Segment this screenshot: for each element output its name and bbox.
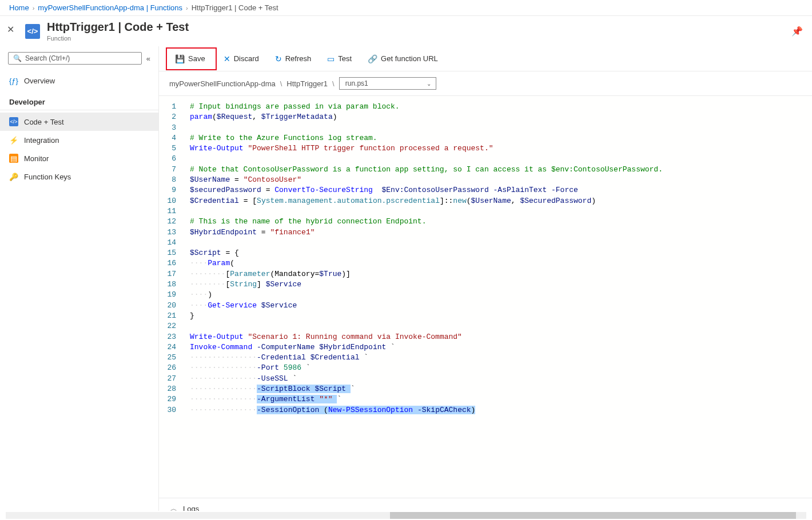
sidebar-item-function-keys[interactable]: 🔑 Function Keys <box>0 167 158 186</box>
breadcrumb-app[interactable]: myPowerShellFunctionApp-dma | Functions <box>38 3 182 12</box>
sidebar-item-code-test[interactable]: </> Code + Test <box>0 113 158 131</box>
page-title: HttpTrigger1 | Code + Test <box>47 21 189 34</box>
breadcrumb-home[interactable]: Home <box>9 3 29 12</box>
get-function-url-button[interactable]: 🔗 Get function URL <box>361 51 445 67</box>
sidebar-item-monitor[interactable]: ▤ Monitor <box>0 149 158 167</box>
code-editor[interactable]: 1234567891011121314151617181920212223242… <box>159 96 812 498</box>
code-icon: </> <box>9 117 18 126</box>
path-function: HttpTrigger1 <box>286 79 328 88</box>
save-highlight: 💾 Save <box>166 47 217 70</box>
test-button[interactable]: ▭ Test <box>320 51 359 67</box>
test-label: Test <box>338 54 352 63</box>
path-sep: \ <box>332 79 335 88</box>
refresh-icon: ↻ <box>275 54 282 63</box>
test-icon: ▭ <box>327 54 335 63</box>
breadcrumb: Home › myPowerShellFunctionApp-dma | Fun… <box>0 0 812 16</box>
sidebar-item-label: Integration <box>24 136 59 145</box>
overview-icon: {ƒ} <box>9 76 18 85</box>
horizontal-scrollbar[interactable] <box>0 511 812 520</box>
file-select[interactable]: run.ps1 ⌄ <box>339 77 436 90</box>
chevron-right-icon: › <box>186 5 188 11</box>
close-icon[interactable]: ✕ <box>7 24 14 35</box>
function-icon: </> <box>25 24 40 39</box>
path-sep: \ <box>280 79 282 88</box>
toolbar: 💾 Save ✕ Discard ↻ Refresh ▭ Test 🔗 Get … <box>159 46 812 71</box>
breadcrumb-current: HttpTrigger1 | Code + Test <box>192 3 278 12</box>
path-app: myPowerShellFunctionApp-dma <box>169 79 276 88</box>
pin-icon[interactable]: 📌 <box>791 26 803 37</box>
chevron-right-icon: › <box>33 5 35 11</box>
save-button[interactable]: 💾 Save <box>168 51 212 67</box>
sidebar-item-overview[interactable]: {ƒ} Overview <box>0 71 158 90</box>
search-placeholder: Search (Ctrl+/) <box>25 54 70 62</box>
bolt-icon: ⚡ <box>9 135 18 145</box>
geturl-label: Get function URL <box>381 54 438 63</box>
file-select-value: run.ps1 <box>345 79 368 87</box>
sidebar-item-integration[interactable]: ⚡ Integration <box>0 131 158 149</box>
discard-icon: ✕ <box>224 54 230 63</box>
url-icon: 🔗 <box>368 54 377 63</box>
monitor-icon: ▤ <box>9 154 18 163</box>
content-area: 💾 Save ✕ Discard ↻ Refresh ▭ Test 🔗 Get … <box>159 46 812 519</box>
titlebar: </> HttpTrigger1 | Code + Test Function … <box>0 16 812 46</box>
key-icon: 🔑 <box>9 172 18 181</box>
sidebar-item-label: Overview <box>24 77 55 85</box>
collapse-sidebar-icon[interactable]: « <box>146 54 150 63</box>
save-icon: 💾 <box>175 54 185 63</box>
line-gutter: 1234567891011121314151617181920212223242… <box>159 96 182 498</box>
sidebar-item-label: Code + Test <box>24 118 64 126</box>
discard-button[interactable]: ✕ Discard <box>217 51 266 67</box>
code-lines[interactable]: # Input bindings are passed in via param… <box>182 96 812 498</box>
sidebar-item-label: Monitor <box>24 154 49 163</box>
pathbar: myPowerShellFunctionApp-dma \ HttpTrigge… <box>159 71 812 96</box>
refresh-label: Refresh <box>285 54 312 63</box>
search-icon: 🔍 <box>13 54 22 62</box>
sidebar-item-label: Function Keys <box>24 173 71 181</box>
search-input[interactable]: 🔍 Search (Ctrl+/) <box>8 52 142 65</box>
save-label: Save <box>188 54 205 63</box>
chevron-down-icon: ⌄ <box>427 81 431 87</box>
sidebar-section-developer: Developer <box>0 90 158 110</box>
refresh-button[interactable]: ↻ Refresh <box>268 51 319 67</box>
sidebar: 🔍 Search (Ctrl+/) « {ƒ} Overview Develop… <box>0 46 159 519</box>
page-subtitle: Function <box>47 35 189 42</box>
discard-label: Discard <box>234 54 259 63</box>
